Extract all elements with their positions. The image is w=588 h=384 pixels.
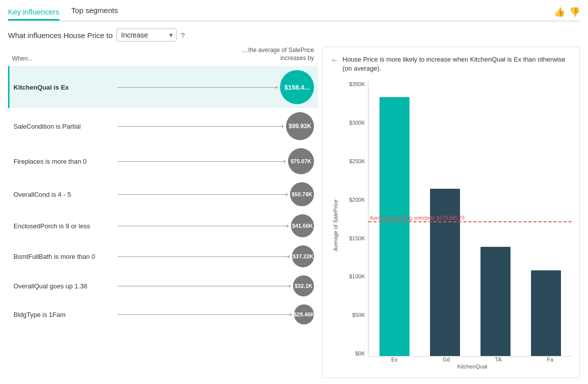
item-label-4: EnclosedPorch is 9 or less bbox=[14, 222, 114, 230]
bar-ex[interactable] bbox=[380, 97, 410, 356]
y-axis: $350K $300K $250K $200K $150K $100K $50K… bbox=[340, 81, 368, 356]
item-label-3: OverallCond is 4 - 5 bbox=[14, 191, 114, 198]
x-tick-group-ta: TA bbox=[477, 356, 520, 362]
item-bubble-5: $37.22K bbox=[292, 245, 314, 267]
item-bubble-2: $75.07K bbox=[288, 148, 314, 174]
y-tick-150: $150K bbox=[349, 235, 365, 241]
bars-area: Average (excluding selected): $170,065.7… bbox=[368, 81, 572, 356]
x-tick-gd: Gd bbox=[442, 356, 450, 362]
x-axis-label: KitchenQual bbox=[340, 363, 572, 369]
item-line-7: ➔ bbox=[118, 314, 290, 315]
influencer-item-1[interactable]: SaleCondition is Partial ➔ $99.93K bbox=[8, 108, 318, 144]
influencer-item-4[interactable]: EnclosedPorch is 9 or less ➔ $41.66K bbox=[8, 210, 318, 241]
tab-key-influencers[interactable]: Key influencers bbox=[8, 8, 60, 21]
tab-top-segments[interactable]: Top segments bbox=[72, 6, 118, 18]
x-tick-ex: Ex bbox=[391, 356, 398, 362]
question-row: What influences House Price to Increase … bbox=[8, 29, 580, 42]
chart-with-axes: $350K $300K $250K $200K $150K $100K $50K… bbox=[340, 81, 572, 369]
influencer-item-2[interactable]: Fireplaces is more than 0 ➔ $75.07K bbox=[8, 144, 318, 178]
influence-direction-dropdown[interactable]: Increase Decrease bbox=[116, 29, 176, 42]
x-tick-ta: TA bbox=[495, 356, 502, 362]
col-avg-label: ....the average of SalePriceincreases by bbox=[242, 47, 314, 62]
item-line-3: ➔ bbox=[118, 194, 286, 195]
item-bubble-0: $158.4... bbox=[280, 70, 314, 104]
influencer-item-6[interactable]: OverallQual goes up 1.38 ➔ $32.1K bbox=[8, 271, 318, 300]
item-label-1: SaleCondition is Partial bbox=[14, 123, 114, 130]
panel-title: House Price is more likely to increase w… bbox=[342, 55, 572, 73]
item-bubble-1: $99.93K bbox=[286, 112, 314, 140]
main-content: When... ....the average of SalePriceincr… bbox=[8, 47, 580, 378]
question-mark: ? bbox=[180, 31, 184, 40]
average-line bbox=[368, 221, 572, 222]
y-axis-label-container: Average of SalePrice bbox=[330, 81, 340, 369]
y-tick-350: $350K bbox=[349, 81, 365, 87]
dropdown-wrapper: Increase Decrease ▼ bbox=[116, 29, 176, 42]
chart-area: Average of SalePrice $350K $300K $250K $… bbox=[330, 81, 572, 369]
tabs-bar: Key influencers Top segments 👍 👎 bbox=[8, 6, 580, 22]
panel-header: ← House Price is more likely to increase… bbox=[330, 55, 572, 73]
y-axis-label: Average of SalePrice bbox=[332, 200, 338, 251]
item-label-0: KitchenQual is Ex bbox=[14, 84, 114, 91]
item-label-6: OverallQual goes up 1.38 bbox=[14, 282, 114, 290]
item-line-5: ➔ bbox=[118, 256, 288, 257]
y-tick-300: $300K bbox=[349, 120, 365, 126]
bar-group-fa bbox=[525, 81, 566, 356]
y-tick-200: $200K bbox=[349, 197, 365, 203]
back-arrow-icon[interactable]: ← bbox=[330, 56, 338, 65]
question-prefix: What influences House Price to bbox=[8, 31, 112, 40]
col-when-label: When... bbox=[12, 55, 32, 62]
item-bubble-3: $50.78K bbox=[290, 182, 314, 206]
influencer-item-3[interactable]: OverallCond is 4 - 5 ➔ $50.78K bbox=[8, 178, 318, 210]
average-line-label: Average (excluding selected): $170,065.7… bbox=[370, 215, 464, 221]
x-tick-group-gd: Gd bbox=[425, 356, 468, 362]
item-label-2: Fireplaces is more than 0 bbox=[14, 158, 114, 165]
item-line-2: ➔ bbox=[118, 161, 284, 162]
item-label-5: BsmtFullBath is more than 0 bbox=[14, 253, 114, 260]
y-tick-250: $250K bbox=[349, 158, 365, 164]
item-bubble-6: $32.1K bbox=[293, 275, 314, 296]
column-headers: When... ....the average of SalePriceincr… bbox=[8, 47, 318, 64]
app-container: Key influencers Top segments 👍 👎 What in… bbox=[0, 0, 588, 384]
chart-inner: Average of SalePrice $350K $300K $250K $… bbox=[330, 81, 572, 369]
y-tick-0: $0K bbox=[355, 350, 365, 356]
influencer-item-5[interactable]: BsmtFullBath is more than 0 ➔ $37.22K bbox=[8, 241, 318, 271]
top-icons: 👍 👎 bbox=[554, 7, 580, 18]
bar-fa[interactable] bbox=[531, 270, 561, 356]
thumbs-up-button[interactable]: 👍 bbox=[554, 7, 565, 18]
item-line-4: ➔ bbox=[118, 225, 287, 226]
x-tick-fa: Fa bbox=[547, 356, 554, 362]
influencers-list[interactable]: KitchenQual is Ex ➔ $158.4... SaleCondit… bbox=[8, 64, 318, 378]
y-tick-100: $100K bbox=[349, 273, 365, 279]
item-line-0: ➔ bbox=[118, 87, 276, 88]
item-line-6: ➔ bbox=[118, 285, 289, 286]
item-label-7: BldgType is 1Fam bbox=[14, 311, 114, 318]
x-tick-group-fa: Fa bbox=[528, 356, 572, 362]
influencer-item-0[interactable]: KitchenQual is Ex ➔ $158.4... bbox=[8, 66, 318, 108]
bar-ta[interactable] bbox=[480, 247, 510, 356]
item-bubble-4: $41.66K bbox=[291, 214, 314, 237]
bar-group-ta bbox=[474, 81, 516, 356]
x-tick-group-ex: Ex bbox=[373, 356, 416, 362]
x-axis: Ex Gd TA Fa bbox=[340, 356, 572, 362]
thumbs-down-button[interactable]: 👎 bbox=[569, 7, 580, 18]
item-bubble-7: $29.46K bbox=[294, 304, 314, 324]
chart-plot: $350K $300K $250K $200K $150K $100K $50K… bbox=[340, 81, 572, 356]
influencer-item-7[interactable]: BldgType is 1Fam ➔ $29.46K bbox=[8, 300, 318, 328]
item-line-1: ➔ bbox=[118, 126, 282, 127]
left-panel: When... ....the average of SalePriceincr… bbox=[8, 47, 318, 378]
y-tick-50: $50K bbox=[352, 312, 365, 318]
bar-gd[interactable] bbox=[430, 189, 460, 356]
detail-panel: ← House Price is more likely to increase… bbox=[322, 47, 580, 378]
